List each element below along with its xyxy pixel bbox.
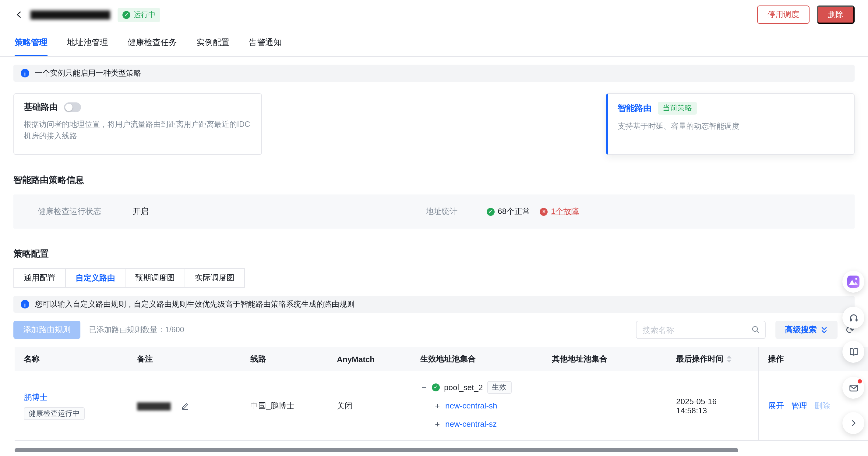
health-status-value: 开启 xyxy=(133,206,149,217)
delete-button[interactable]: 删除 xyxy=(817,5,855,24)
page: ████████████████ ✓ 运行中 停用调度 删除 策略管理 地址池管… xyxy=(0,0,868,456)
config-sub-tabs: 通用配置 自定义路由 预期调度图 实际调度图 xyxy=(13,268,855,288)
cell-active-pools: − ✓ pool_set_2 生效 + new-central-sh + new… xyxy=(411,371,543,440)
health-status-label: 健康检查运行状态 xyxy=(38,206,101,217)
tab-health-check[interactable]: 健康检查任务 xyxy=(128,29,177,56)
collapse-sidebar-button[interactable] xyxy=(842,412,864,434)
effective-tag: 生效 xyxy=(487,381,512,394)
stop-scheduling-button[interactable]: 停用调度 xyxy=(757,5,809,24)
error-icon: × xyxy=(540,207,548,216)
pool-link[interactable]: new-central-sz xyxy=(445,420,497,429)
horizontal-scrollbar[interactable] xyxy=(14,448,738,452)
collapse-icon[interactable]: − xyxy=(420,383,428,392)
status-badge: ✓ 运行中 xyxy=(118,8,160,22)
support-button[interactable] xyxy=(842,307,864,329)
subtab-general[interactable]: 通用配置 xyxy=(13,268,66,288)
col-remark: 备注 xyxy=(128,347,241,371)
normal-count: ✓ 68个正常 xyxy=(487,206,530,217)
delete-action[interactable]: 删除 xyxy=(814,400,830,411)
check-icon: ✓ xyxy=(432,383,440,391)
table-header: 名称 备注 线路 AnyMatch 生效地址池集合 其他地址池集合 最后操作时间… xyxy=(14,347,868,371)
chevron-right-icon xyxy=(849,419,858,427)
sort-icon[interactable] xyxy=(727,355,732,363)
notice-banner-top: i 一个实例只能启用一种类型策略 xyxy=(13,65,855,82)
search-icon[interactable] xyxy=(751,325,760,336)
tab-instance-config[interactable]: 实例配置 xyxy=(196,29,229,56)
book-icon xyxy=(848,347,859,357)
card-smart-routing[interactable]: 智能路由 当前策略 支持基于时延、容量的动态智能调度 xyxy=(606,93,855,155)
policy-info-panel: 健康检查运行状态 开启 地址统计 ✓ 68个正常 × 1个故障 xyxy=(13,195,855,229)
cell-anymatch: 关闭 xyxy=(328,371,411,440)
fault-count-link[interactable]: × 1个故障 xyxy=(540,206,579,217)
back-icon[interactable] xyxy=(13,8,26,21)
col-active-pools: 生效地址池集合 xyxy=(411,347,543,371)
cell-other-pools xyxy=(543,371,667,440)
basic-routing-toggle[interactable] xyxy=(64,103,81,112)
rules-table: 名称 备注 线路 AnyMatch 生效地址池集合 其他地址池集合 最后操作时间… xyxy=(14,347,868,441)
expand-icon[interactable]: + xyxy=(434,401,441,410)
health-running-tag: 健康检查运行中 xyxy=(24,407,85,420)
info-icon: i xyxy=(21,300,29,309)
expand-icon[interactable]: + xyxy=(434,420,441,429)
notification-dot xyxy=(857,378,863,384)
manage-action[interactable]: 管理 xyxy=(791,400,807,411)
notice-banner-rules: i 您可以输入自定义路由规则，自定义路由规则生效优先级高于智能路由策略系统生成的… xyxy=(13,296,855,313)
table-row: 鹏博士 健康检查运行中 ████████ 中国_鹏博士 关闭 − ✓ pool_… xyxy=(14,371,868,441)
cell-last-time: 2025-05-16 14:58:13 xyxy=(667,371,758,440)
section-title-policy-config: 策略配置 xyxy=(13,248,855,260)
page-header: ████████████████ ✓ 运行中 停用调度 删除 xyxy=(0,0,868,29)
col-other-pools: 其他地址池集合 xyxy=(543,347,667,371)
section-title-policy-info: 智能路由策略信息 xyxy=(13,174,855,186)
card-basic-routing[interactable]: 基础路由 根据访问者的地理位置，将用户流量路由到距离用户距离最近的IDC机房的接… xyxy=(13,93,262,155)
info-icon: i xyxy=(21,69,29,78)
current-policy-badge: 当前策略 xyxy=(658,102,697,115)
col-anymatch: AnyMatch xyxy=(328,347,411,371)
top-tab-bar: 策略管理 地址池管理 健康检查任务 实例配置 告警通知 xyxy=(0,29,868,57)
tab-policy-management[interactable]: 策略管理 xyxy=(14,29,48,56)
check-icon: ✓ xyxy=(487,207,495,216)
card-title: 基础路由 xyxy=(24,102,58,113)
ai-assistant-icon xyxy=(847,276,860,288)
expand-action[interactable]: 展开 xyxy=(768,400,784,411)
ai-assistant-button[interactable] xyxy=(842,271,864,293)
instance-domain: ████████████████ xyxy=(30,10,111,19)
headset-icon xyxy=(848,312,859,323)
tab-address-pool[interactable]: 地址池管理 xyxy=(67,29,108,56)
card-desc: 支持基于时延、容量的动态智能调度 xyxy=(618,121,844,132)
messages-button[interactable] xyxy=(842,377,864,399)
search-input[interactable] xyxy=(636,321,766,339)
double-chevron-down-icon xyxy=(820,326,828,334)
cell-line: 中国_鹏博士 xyxy=(241,371,328,440)
rule-name-link[interactable]: 鹏博士 xyxy=(24,392,48,403)
advanced-search-button[interactable]: 高级搜索 xyxy=(775,321,838,339)
card-title: 智能路由 xyxy=(618,103,652,114)
subtab-custom-routing[interactable]: 自定义路由 xyxy=(65,268,125,288)
addr-stats-label: 地址统计 xyxy=(426,206,458,217)
cell-name: 鹏博士 健康检查运行中 xyxy=(14,371,128,440)
col-last-time[interactable]: 最后操作时间 xyxy=(667,347,758,371)
check-icon: ✓ xyxy=(123,11,131,19)
search-box xyxy=(636,321,766,339)
edit-remark-icon[interactable] xyxy=(181,401,190,410)
pool-set-name: pool_set_2 xyxy=(444,383,483,392)
subtab-actual-map[interactable]: 实际调度图 xyxy=(185,268,245,288)
cell-remark: ████████ xyxy=(128,371,241,440)
rule-count-text: 已添加路由规则数量：1/600 xyxy=(89,324,184,335)
rules-toolbar: 添加路由规则 已添加路由规则数量：1/600 高级搜索 ⟳ xyxy=(13,321,855,339)
subtab-expected-map[interactable]: 预期调度图 xyxy=(125,268,185,288)
card-desc: 根据访问者的地理位置，将用户流量路由到距离用户距离最近的IDC机房的接入线路 xyxy=(24,119,252,142)
docs-button[interactable] xyxy=(842,341,864,363)
tab-alert-notify[interactable]: 告警通知 xyxy=(249,29,282,56)
notice-text: 一个实例只能启用一种类型策略 xyxy=(35,68,141,78)
mail-icon xyxy=(848,382,859,393)
notice-text: 您可以输入自定义路由规则，自定义路由规则生效优先级高于智能路由策略系统生成的路由… xyxy=(35,299,354,309)
remark-masked: ████████ xyxy=(137,402,170,409)
col-line: 线路 xyxy=(241,347,328,371)
col-name: 名称 xyxy=(14,347,128,371)
add-rule-button[interactable]: 添加路由规则 xyxy=(13,321,81,339)
pool-link[interactable]: new-central-sh xyxy=(445,401,497,410)
policy-cards: 基础路由 根据访问者的地理位置，将用户流量路由到距离用户距离最近的IDC机房的接… xyxy=(13,93,855,155)
